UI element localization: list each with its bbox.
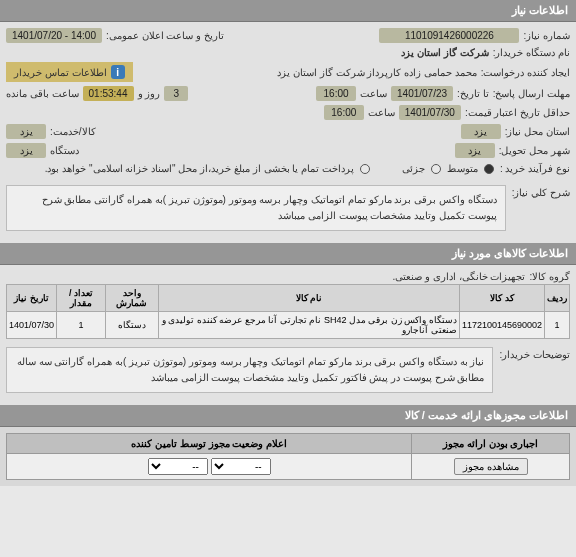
- view-permit-button[interactable]: مشاهده مجوز: [454, 458, 528, 475]
- ann-datetime-label: تاریخ و ساعت اعلان عمومی:: [106, 30, 224, 41]
- need-info-header: اطلاعات نیاز: [0, 0, 576, 22]
- goods-service-label: کالا/خدمت:: [50, 126, 96, 137]
- hour-label-2: ساعت: [368, 107, 395, 118]
- partial-pay-check[interactable]: [360, 164, 370, 174]
- th-name: نام کالا: [158, 285, 459, 312]
- permits-table: اجباری بودن ارائه مجوز اعلام وضعیت مجوز …: [6, 433, 570, 480]
- need-desc-label: شرح کلي نياز:: [512, 181, 570, 198]
- td-view-permit: مشاهده مجوز: [412, 454, 570, 480]
- th-idx: ردیف: [545, 285, 570, 312]
- days-value: 3: [164, 86, 188, 101]
- radio-small-label: جزئی: [402, 163, 425, 174]
- items-header-row: ردیف کد کالا نام کالا واحد شمارش تعداد /…: [7, 285, 570, 312]
- radio-small[interactable]: [431, 164, 441, 174]
- city-deliver-label: شهر محل تحویل:: [499, 145, 570, 156]
- hour-label-1: ساعت: [360, 88, 387, 99]
- th-mandatory: اجباری بودن ارائه مجوز: [412, 434, 570, 454]
- items-table: ردیف کد کالا نام کالا واحد شمارش تعداد /…: [6, 284, 570, 339]
- permits-header: اطلاعات مجوزهای ارائه خدمت / کالا: [0, 405, 576, 427]
- device-label: دستگاه: [50, 145, 79, 156]
- table-row: 1 1172100145690002 دستگاه واکس زن برقی م…: [7, 312, 570, 339]
- td-qty: 1: [57, 312, 106, 339]
- requester-label: ایجاد کننده درخواست:: [481, 67, 570, 78]
- td-unit: دستگاه: [106, 312, 159, 339]
- city-need-label: استان محل نیاز:: [505, 126, 570, 137]
- th-unit: واحد شمارش: [106, 285, 159, 312]
- radio-mid[interactable]: [484, 164, 494, 174]
- contact-bar[interactable]: i اطلاعات تماس خریدار: [6, 62, 133, 82]
- validity-hour-value: 16:00: [324, 105, 364, 120]
- td-code: 1172100145690002: [459, 312, 544, 339]
- remaining-label: ساعت باقی مانده: [6, 88, 79, 99]
- need-no-label: شماره نیاز:: [523, 30, 570, 41]
- send-hour-value: 16:00: [316, 86, 356, 101]
- day-and-label: روز و: [138, 88, 161, 99]
- device-value: یزد: [6, 143, 46, 158]
- th-permit-status: اعلام وضعیت مجوز توسط تامین کننده: [7, 434, 412, 454]
- th-qty: تعداد / مقدار: [57, 285, 106, 312]
- city-deliver-value: یزد: [455, 143, 495, 158]
- goods-info-header: اطلاعات کالاهای مورد نیاز: [0, 243, 576, 265]
- requester-value: محمد حمامی زاده کارپرداز شرکت گاز استان …: [277, 67, 476, 78]
- need-no-value: 1101091426000226: [379, 28, 519, 43]
- goods-group-value: تجهیزات خانگی، اداری و صنعتی.: [393, 271, 526, 282]
- buyer-notes-label: توضیحات خریدار:: [499, 343, 570, 360]
- buy-type-label: نوع فرآیند خرید :: [500, 163, 570, 174]
- td-idx: 1: [545, 312, 570, 339]
- send-date-value: 1401/07/23: [391, 86, 453, 101]
- td-name: دستگاه واکس زن برقی مدل SH42 نام تجارتی …: [158, 312, 459, 339]
- partial-pay-label: پرداخت تمام یا بخشی از مبلغ خرید،از محل …: [45, 163, 354, 174]
- permit-select-2[interactable]: --: [148, 458, 208, 475]
- need-info-body: شماره نیاز: 1101091426000226 تاریخ و ساع…: [0, 22, 576, 405]
- permit-row: مشاهده مجوز -- --: [7, 454, 570, 480]
- th-code: کد کالا: [459, 285, 544, 312]
- countdown-value: 01:53:44: [83, 86, 134, 101]
- city-need-value: یزد: [461, 124, 501, 139]
- buyer-value: شرکت گاز استان یزد: [401, 47, 488, 58]
- th-date: تاریخ نیاز: [7, 285, 57, 312]
- goods-service-value: یزد: [6, 124, 46, 139]
- goods-group-label: گروه کالا:: [529, 271, 570, 282]
- min-validity-label: حداقل تاریخ اعتبار قیمت:: [465, 107, 570, 118]
- validity-date-value: 1401/07/30: [399, 105, 461, 120]
- permits-body: اجباری بودن ارائه مجوز اعلام وضعیت مجوز …: [0, 427, 576, 486]
- contact-label: اطلاعات تماس خریدار: [14, 67, 107, 78]
- need-desc-value: دستگاه واکس برقی برند مارکو تمام اتوماتی…: [6, 185, 506, 231]
- until-label: تا تاریخ:: [457, 88, 489, 99]
- radio-mid-label: متوسط: [447, 163, 478, 174]
- td-date: 1401/07/30: [7, 312, 57, 339]
- td-permit-selects: -- --: [7, 454, 412, 480]
- ann-time-value: 14:00 - 1401/07/20: [6, 28, 102, 43]
- permit-select-1[interactable]: --: [211, 458, 271, 475]
- info-icon: i: [111, 65, 125, 79]
- buyer-notes-value: نیاز به دستگاه واکس برقی برند مارکو تمام…: [6, 347, 493, 393]
- send-time-label: مهلت ارسال پاسخ:: [493, 88, 570, 99]
- buyer-label: نام دستگاه خریدار:: [493, 47, 570, 58]
